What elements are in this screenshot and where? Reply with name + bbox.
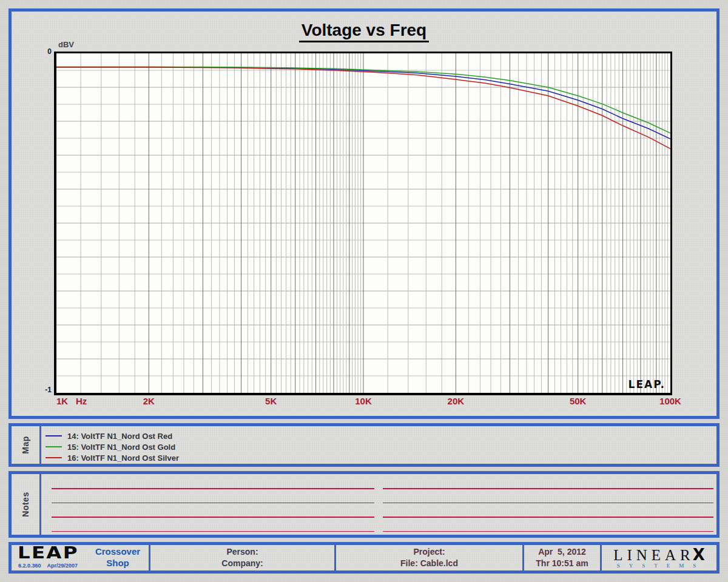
legend-label: 16: VoltTF N1_Nord Ost Silver [67, 453, 179, 463]
footer-person-cell: Person: Company: [150, 545, 334, 570]
x-tick-label: 20K [448, 396, 465, 406]
legend: 14: VoltTF N1_Nord Ost Red 15: VoltTF N1… [46, 430, 179, 463]
footer-app-cell: LEAP 6.2.0.360 Apr/29/2007 Crossover Sho… [12, 545, 149, 570]
brand-x-text: X [693, 547, 705, 562]
product-line2: Shop [88, 557, 147, 569]
linearx-logo: LINEARX SYSTEMS [602, 545, 716, 570]
build-date: Apr/29/2007 [47, 563, 78, 569]
date-text: Apr 5, 2012 [538, 546, 586, 558]
notes-rule-line [383, 531, 713, 532]
notes-rule-line [52, 517, 374, 518]
x-tick-label: 1K [56, 396, 68, 406]
notes-writing-area [12, 474, 716, 535]
time-text: Thr 10:51 am [536, 558, 588, 569]
x-tick-label: 2K [143, 396, 155, 406]
notes-panel: Notes [8, 471, 720, 538]
footer-datetime-cell: Apr 5, 2012 Thr 10:51 am [524, 545, 600, 570]
map-label-cell: Map [12, 426, 39, 464]
y-axis-unit-label: dBV [58, 40, 74, 49]
notes-rule-line [52, 503, 374, 504]
version-row: 6.2.0.360 Apr/29/2007 [18, 563, 78, 569]
chart-panel: Voltage vs Freq dBV 0 -1 LEAP. Hz 1K2K5K… [8, 8, 720, 419]
map-label: Map [21, 436, 30, 454]
x-axis-unit-label: Hz [76, 396, 87, 406]
product-name: Crossover Shop [88, 546, 147, 569]
map-panel-divider [39, 426, 41, 464]
x-tick-label: 10K [355, 396, 372, 406]
x-axis-tick-row: Hz 1K2K5K10K20K50K100K [12, 396, 716, 408]
x-tick-label: 5K [265, 396, 277, 406]
legend-item: 14: VoltTF N1_Nord Ost Red [46, 430, 179, 441]
footer-bar: LEAP 6.2.0.360 Apr/29/2007 Crossover Sho… [8, 542, 720, 574]
chart-title-text: Voltage vs Freq [299, 21, 429, 42]
person-label: Person: [226, 546, 258, 558]
notes-rule-line [383, 503, 713, 504]
x-tick-label: 50K [570, 396, 587, 406]
notes-rule-line [383, 488, 713, 489]
legend-item: 15: VoltTF N1_Nord Ost Gold [46, 441, 179, 452]
footer-project-cell: Project: File: Cable.lcd [336, 545, 522, 570]
footer-brand-cell: LINEARX SYSTEMS [602, 545, 716, 570]
legend-label: 15: VoltTF N1_Nord Ost Gold [67, 443, 175, 452]
legend-swatch-line [46, 435, 62, 436]
map-panel: Map 14: VoltTF N1_Nord Ost Red 15: VoltT… [8, 423, 720, 467]
brand-systems-text: SYSTEMS [617, 563, 706, 569]
notes-rule-line [383, 517, 713, 518]
chart-title: Voltage vs Freq [12, 21, 716, 42]
brand-linear-text: LINEAR [613, 548, 695, 563]
notes-rule-line [52, 488, 374, 489]
plot-canvas: LEAP. [56, 53, 670, 393]
legend-swatch-line [46, 457, 62, 458]
plot-area[interactable]: LEAP. [54, 52, 672, 395]
file-label: File: Cable.lcd [400, 558, 458, 569]
legend-label: 14: VoltTF N1_Nord Ost Red [67, 432, 172, 441]
version-number: 6.2.0.360 [18, 563, 41, 569]
legend-swatch-line [46, 446, 62, 447]
company-label: Company: [221, 558, 263, 569]
product-line1: Crossover [88, 546, 147, 557]
y-tick-label-bottom: -1 [36, 386, 52, 394]
svg-text:LEAP.: LEAP. [629, 378, 666, 390]
project-label: Project: [413, 546, 445, 558]
legend-item: 16: VoltTF N1_Nord Ost Silver [46, 452, 179, 463]
x-tick-label: 100K [659, 396, 681, 406]
y-tick-label-top: 0 [36, 47, 52, 56]
notes-rule-line [52, 531, 374, 532]
leap-logo: LEAP [18, 543, 79, 562]
